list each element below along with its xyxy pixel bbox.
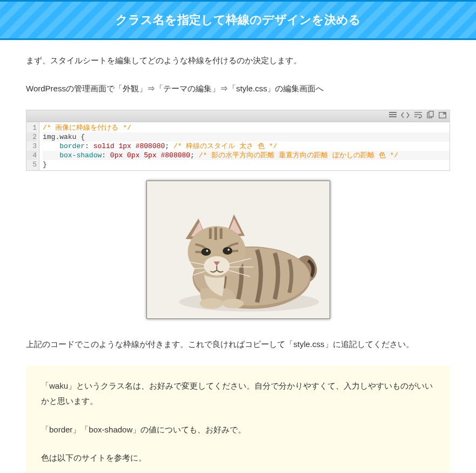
note-paragraph: 色は以下のサイトを参考に。 <box>41 450 435 466</box>
svg-point-8 <box>222 298 244 308</box>
code-line: } <box>43 160 450 169</box>
example-image <box>146 181 330 319</box>
code-line: /* 画像に枠線を付ける */ <box>43 123 450 132</box>
line-number: 2 <box>26 132 37 142</box>
line-number-gutter: 12345 <box>26 122 39 170</box>
code-toolbar <box>26 110 450 122</box>
paragraph: まず、スタイルシートを編集してどのような枠線を付けるのか決定します。 <box>26 53 450 69</box>
code-lines[interactable]: /* 画像に枠線を付ける */img.waku { border: solid … <box>39 122 450 170</box>
note-paragraph: 「border」「box-shadow」の値についても、お好みで。 <box>41 422 435 438</box>
svg-rect-1 <box>429 111 433 117</box>
article-body: まず、スタイルシートを編集してどのような枠線を付けるのか決定します。 WordP… <box>0 40 476 473</box>
code-block: 12345 /* 画像に枠線を付ける */img.waku { border: … <box>26 110 450 171</box>
code-icon[interactable] <box>401 108 410 124</box>
copy-icon[interactable] <box>427 108 434 124</box>
section-heading: クラス名を指定して枠線のデザインを決める <box>0 0 476 40</box>
line-number: 5 <box>26 160 37 169</box>
code-line: border: solid 1px #808080; /* 枠線のスタイル 太さ… <box>43 142 450 151</box>
svg-point-7 <box>199 298 223 309</box>
line-number: 4 <box>26 151 37 160</box>
code-line: box-shadow: 0px 0px 5px #808080; /* 影の水平… <box>43 151 450 160</box>
example-image-wrap <box>26 181 450 324</box>
wrap-icon[interactable] <box>414 108 423 124</box>
svg-point-13 <box>227 249 230 251</box>
code-line: img.waku { <box>43 132 450 142</box>
expand-icon[interactable] <box>439 108 446 124</box>
svg-point-11 <box>223 247 232 255</box>
section-heading-text: クラス名を指定して枠線のデザインを決める <box>116 13 361 26</box>
menu-icon[interactable] <box>389 108 397 124</box>
paragraph: 上記のコードでこのような枠線が付きます。これで良ければコピーして「style.c… <box>26 337 450 352</box>
line-number: 3 <box>26 142 37 151</box>
note-box: 「waku」というクラス名は、お好みで変更してください。自分で分かりやすくて、入… <box>26 365 450 473</box>
svg-point-12 <box>206 250 208 252</box>
note-paragraph: 「waku」というクラス名は、お好みで変更してください。自分で分かりやすくて、入… <box>41 378 435 409</box>
line-number: 1 <box>26 123 37 132</box>
paragraph: WordPressの管理画面で「外観」⇒「テーマの編集」⇒「style.css」… <box>26 81 450 97</box>
svg-point-10 <box>201 248 211 256</box>
code-body: 12345 /* 画像に枠線を付ける */img.waku { border: … <box>26 122 450 170</box>
